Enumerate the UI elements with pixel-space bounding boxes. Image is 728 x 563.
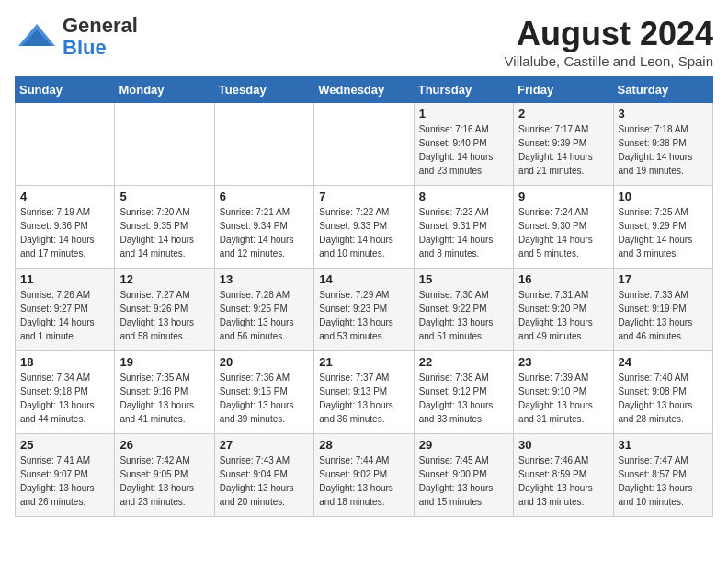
day-info: Sunrise: 7:17 AMSunset: 9:39 PMDaylight:… bbox=[518, 122, 608, 178]
day-number: 17 bbox=[619, 272, 708, 286]
calendar-cell: 1Sunrise: 7:16 AMSunset: 9:40 PMDaylight… bbox=[414, 103, 513, 186]
day-number: 25 bbox=[20, 438, 109, 452]
calendar-week-4: 18Sunrise: 7:34 AMSunset: 9:18 PMDayligh… bbox=[16, 351, 713, 434]
calendar-cell: 5Sunrise: 7:20 AMSunset: 9:35 PMDaylight… bbox=[115, 186, 214, 269]
day-info: Sunrise: 7:45 AMSunset: 9:00 PMDaylight:… bbox=[419, 454, 508, 509]
day-number: 10 bbox=[619, 190, 708, 203]
logo-blue: Blue bbox=[63, 36, 107, 59]
day-info: Sunrise: 7:31 AMSunset: 9:20 PMDaylight:… bbox=[518, 288, 608, 343]
calendar-body: 1Sunrise: 7:16 AMSunset: 9:40 PMDaylight… bbox=[16, 103, 713, 517]
calendar-week-5: 25Sunrise: 7:41 AMSunset: 9:07 PMDayligh… bbox=[16, 434, 713, 517]
day-info: Sunrise: 7:42 AMSunset: 9:05 PMDaylight:… bbox=[119, 454, 209, 509]
day-number: 29 bbox=[419, 438, 508, 452]
day-info: Sunrise: 7:26 AMSunset: 9:27 PMDaylight:… bbox=[20, 288, 109, 343]
calendar-cell: 17Sunrise: 7:33 AMSunset: 9:19 PMDayligh… bbox=[613, 269, 712, 351]
location-subtitle: Villalube, Castille and Leon, Spain bbox=[505, 53, 713, 69]
calendar-cell: 12Sunrise: 7:27 AMSunset: 9:26 PMDayligh… bbox=[115, 269, 214, 351]
logo-icon bbox=[15, 20, 59, 53]
day-info: Sunrise: 7:44 AMSunset: 9:02 PMDaylight:… bbox=[319, 454, 408, 509]
day-info: Sunrise: 7:30 AMSunset: 9:22 PMDaylight:… bbox=[419, 288, 508, 343]
weekday-header-row: SundayMondayTuesdayWednesdayThursdayFrid… bbox=[16, 77, 713, 103]
day-info: Sunrise: 7:40 AMSunset: 9:08 PMDaylight:… bbox=[619, 371, 708, 426]
day-info: Sunrise: 7:37 AMSunset: 9:13 PMDaylight:… bbox=[319, 371, 408, 426]
calendar-cell: 31Sunrise: 7:47 AMSunset: 8:57 PMDayligh… bbox=[613, 434, 712, 517]
header: General Blue August 2024 Villalube, Cast… bbox=[15, 15, 713, 69]
day-number: 20 bbox=[220, 355, 309, 369]
calendar-cell: 25Sunrise: 7:41 AMSunset: 9:07 PMDayligh… bbox=[16, 434, 115, 517]
calendar-cell: 7Sunrise: 7:22 AMSunset: 9:33 PMDaylight… bbox=[314, 186, 414, 269]
day-info: Sunrise: 7:24 AMSunset: 9:30 PMDaylight:… bbox=[518, 205, 608, 260]
day-number: 9 bbox=[518, 190, 608, 203]
weekday-friday: Friday bbox=[514, 77, 613, 103]
day-number: 21 bbox=[319, 355, 408, 369]
month-year-title: August 2024 bbox=[505, 15, 713, 53]
calendar-cell: 18Sunrise: 7:34 AMSunset: 9:18 PMDayligh… bbox=[16, 351, 115, 434]
day-number: 18 bbox=[20, 355, 109, 369]
day-number: 4 bbox=[20, 190, 109, 203]
calendar-cell bbox=[214, 103, 313, 186]
day-info: Sunrise: 7:22 AMSunset: 9:33 PMDaylight:… bbox=[319, 205, 408, 260]
day-number: 14 bbox=[319, 272, 408, 286]
calendar-week-1: 1Sunrise: 7:16 AMSunset: 9:40 PMDaylight… bbox=[16, 103, 713, 186]
day-info: Sunrise: 7:29 AMSunset: 9:23 PMDaylight:… bbox=[319, 288, 408, 343]
calendar-cell: 23Sunrise: 7:39 AMSunset: 9:10 PMDayligh… bbox=[514, 351, 613, 434]
day-info: Sunrise: 7:28 AMSunset: 9:25 PMDaylight:… bbox=[220, 288, 309, 343]
weekday-wednesday: Wednesday bbox=[314, 77, 414, 103]
calendar-cell: 14Sunrise: 7:29 AMSunset: 9:23 PMDayligh… bbox=[314, 269, 414, 351]
weekday-tuesday: Tuesday bbox=[214, 77, 313, 103]
day-number: 12 bbox=[119, 272, 209, 286]
day-number: 8 bbox=[419, 190, 508, 203]
calendar-cell bbox=[115, 103, 214, 186]
day-info: Sunrise: 7:35 AMSunset: 9:16 PMDaylight:… bbox=[119, 371, 209, 426]
weekday-monday: Monday bbox=[115, 77, 214, 103]
day-number: 24 bbox=[619, 355, 708, 369]
day-number: 30 bbox=[518, 438, 608, 452]
day-number: 22 bbox=[419, 355, 508, 369]
logo: General Blue bbox=[15, 15, 138, 59]
day-number: 26 bbox=[119, 438, 209, 452]
calendar-cell: 15Sunrise: 7:30 AMSunset: 9:22 PMDayligh… bbox=[414, 269, 513, 351]
day-info: Sunrise: 7:39 AMSunset: 9:10 PMDaylight:… bbox=[518, 371, 608, 426]
calendar-table: SundayMondayTuesdayWednesdayThursdayFrid… bbox=[15, 76, 713, 517]
calendar-cell: 2Sunrise: 7:17 AMSunset: 9:39 PMDaylight… bbox=[514, 103, 613, 186]
day-info: Sunrise: 7:18 AMSunset: 9:38 PMDaylight:… bbox=[619, 122, 708, 178]
day-info: Sunrise: 7:41 AMSunset: 9:07 PMDaylight:… bbox=[20, 454, 109, 509]
day-info: Sunrise: 7:20 AMSunset: 9:35 PMDaylight:… bbox=[119, 205, 209, 260]
day-info: Sunrise: 7:21 AMSunset: 9:34 PMDaylight:… bbox=[220, 205, 309, 260]
day-info: Sunrise: 7:23 AMSunset: 9:31 PMDaylight:… bbox=[419, 205, 508, 260]
day-info: Sunrise: 7:27 AMSunset: 9:26 PMDaylight:… bbox=[119, 288, 209, 343]
day-number: 19 bbox=[119, 355, 209, 369]
day-number: 23 bbox=[518, 355, 608, 369]
calendar-cell: 21Sunrise: 7:37 AMSunset: 9:13 PMDayligh… bbox=[314, 351, 414, 434]
title-area: August 2024 Villalube, Castille and Leon… bbox=[505, 15, 713, 69]
day-number: 11 bbox=[20, 272, 109, 286]
calendar-cell: 19Sunrise: 7:35 AMSunset: 9:16 PMDayligh… bbox=[115, 351, 214, 434]
calendar-cell: 8Sunrise: 7:23 AMSunset: 9:31 PMDaylight… bbox=[414, 186, 513, 269]
calendar-cell bbox=[314, 103, 414, 186]
day-info: Sunrise: 7:19 AMSunset: 9:36 PMDaylight:… bbox=[20, 205, 109, 260]
day-info: Sunrise: 7:25 AMSunset: 9:29 PMDaylight:… bbox=[619, 205, 708, 260]
day-number: 2 bbox=[518, 107, 608, 121]
weekday-thursday: Thursday bbox=[414, 77, 513, 103]
day-info: Sunrise: 7:16 AMSunset: 9:40 PMDaylight:… bbox=[419, 122, 508, 178]
calendar-cell: 27Sunrise: 7:43 AMSunset: 9:04 PMDayligh… bbox=[214, 434, 313, 517]
calendar-cell: 22Sunrise: 7:38 AMSunset: 9:12 PMDayligh… bbox=[414, 351, 513, 434]
calendar-cell: 29Sunrise: 7:45 AMSunset: 9:00 PMDayligh… bbox=[414, 434, 513, 517]
day-info: Sunrise: 7:33 AMSunset: 9:19 PMDaylight:… bbox=[619, 288, 708, 343]
calendar-cell: 16Sunrise: 7:31 AMSunset: 9:20 PMDayligh… bbox=[514, 269, 613, 351]
day-number: 16 bbox=[518, 272, 608, 286]
day-info: Sunrise: 7:34 AMSunset: 9:18 PMDaylight:… bbox=[20, 371, 109, 426]
calendar-cell: 9Sunrise: 7:24 AMSunset: 9:30 PMDaylight… bbox=[514, 186, 613, 269]
day-number: 6 bbox=[220, 190, 309, 203]
day-number: 1 bbox=[419, 107, 508, 121]
day-number: 3 bbox=[619, 107, 708, 121]
calendar-cell: 26Sunrise: 7:42 AMSunset: 9:05 PMDayligh… bbox=[115, 434, 214, 517]
calendar-cell: 3Sunrise: 7:18 AMSunset: 9:38 PMDaylight… bbox=[613, 103, 712, 186]
calendar-week-2: 4Sunrise: 7:19 AMSunset: 9:36 PMDaylight… bbox=[16, 186, 713, 269]
day-number: 5 bbox=[119, 190, 209, 203]
calendar-cell: 6Sunrise: 7:21 AMSunset: 9:34 PMDaylight… bbox=[214, 186, 313, 269]
calendar-cell: 28Sunrise: 7:44 AMSunset: 9:02 PMDayligh… bbox=[314, 434, 414, 517]
day-number: 28 bbox=[319, 438, 408, 452]
calendar-cell: 11Sunrise: 7:26 AMSunset: 9:27 PMDayligh… bbox=[16, 269, 115, 351]
calendar-cell: 24Sunrise: 7:40 AMSunset: 9:08 PMDayligh… bbox=[613, 351, 712, 434]
